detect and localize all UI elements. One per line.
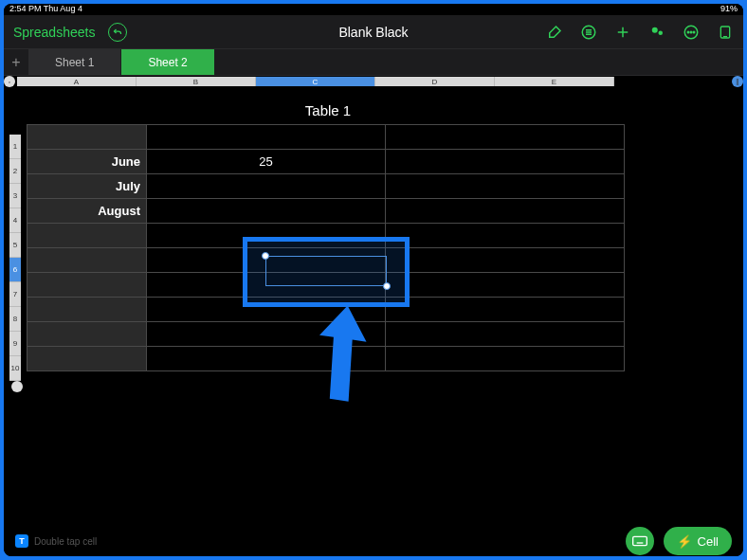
cell[interactable] — [147, 125, 386, 150]
hint-text: Double tap cell — [34, 536, 97, 547]
selection-handle-br[interactable] — [383, 282, 391, 290]
svg-point-10 — [690, 31, 692, 33]
bolt-icon: ⚡ — [677, 534, 692, 549]
row-header[interactable]: 8 — [9, 307, 21, 332]
list-icon[interactable] — [580, 24, 597, 41]
cell[interactable] — [147, 273, 386, 298]
cell[interactable] — [147, 174, 386, 199]
app-window: 2:54 PM Thu Aug 4 91% Spreadsheets Blank… — [4, 4, 743, 556]
svg-point-9 — [687, 31, 689, 33]
cell[interactable]: June — [27, 150, 147, 174]
col-extend-handle[interactable]: ‖ — [732, 76, 743, 87]
more-icon[interactable] — [683, 24, 700, 41]
text-mode-badge[interactable]: T — [15, 534, 28, 548]
cell[interactable] — [147, 224, 386, 248]
row-header[interactable]: 2 — [9, 159, 21, 184]
col-header-c[interactable]: C — [256, 77, 375, 86]
cell[interactable] — [386, 347, 625, 371]
back-button[interactable]: Spreadsheets — [13, 25, 95, 40]
svg-rect-15 — [632, 536, 647, 545]
cell[interactable] — [27, 224, 147, 248]
sheets-bar: + Sheet 1 Sheet 2 — [4, 49, 743, 76]
document-title: Blank Black — [338, 25, 408, 40]
cell[interactable] — [147, 298, 386, 322]
cell[interactable] — [386, 199, 625, 224]
col-header-a[interactable]: A — [17, 77, 137, 86]
status-left: 2:54 PM Thu Aug 4 — [9, 4, 82, 15]
row-header[interactable]: 9 — [9, 332, 21, 356]
cell[interactable] — [386, 322, 625, 347]
svg-point-7 — [659, 30, 664, 35]
cell[interactable] — [386, 248, 625, 273]
toolbar: Spreadsheets Blank Black — [4, 15, 743, 49]
cell[interactable] — [27, 125, 147, 150]
cell[interactable] — [27, 248, 147, 273]
toolbar-actions — [546, 24, 734, 41]
row-header[interactable]: 6 — [9, 258, 21, 282]
cell[interactable] — [147, 322, 386, 347]
row-header[interactable]: 1 — [9, 135, 21, 159]
cell[interactable] — [386, 298, 625, 322]
row-header[interactable]: 4 — [9, 208, 21, 233]
keyboard-button[interactable] — [626, 527, 654, 555]
sheet-tab-1[interactable]: Sheet 1 — [28, 49, 121, 75]
doc-icon[interactable] — [717, 24, 734, 41]
sheet-canvas[interactable]: 1 2 3 4 5 6 7 8 9 10 Table 1 June25 July… — [4, 87, 743, 556]
brush-icon[interactable] — [546, 24, 563, 41]
cell[interactable] — [147, 347, 386, 371]
row-header[interactable]: 7 — [9, 282, 21, 307]
status-right: 91% — [720, 4, 738, 15]
cell[interactable] — [386, 224, 625, 248]
table: Table 1 June25 July August — [27, 102, 629, 371]
column-ruler: ◦ A B C D E ‖ — [4, 76, 743, 87]
table-title[interactable]: Table 1 — [27, 102, 629, 118]
svg-point-11 — [693, 31, 695, 33]
origin-handle[interactable]: ◦ — [4, 76, 15, 87]
selection-handle-tl[interactable] — [262, 252, 269, 260]
col-header-e[interactable]: E — [495, 77, 614, 86]
col-header-b[interactable]: B — [137, 77, 256, 86]
bottom-bar: T Double tap cell ⚡ Cell — [4, 528, 743, 554]
col-header-d[interactable]: D — [375, 77, 495, 86]
row-header[interactable]: 3 — [9, 184, 21, 208]
cell[interactable]: 25 — [147, 150, 386, 174]
add-sheet-button[interactable]: + — [4, 49, 28, 75]
cell[interactable] — [27, 298, 147, 322]
cell[interactable]: July — [27, 174, 147, 199]
add-icon[interactable] — [614, 24, 631, 41]
svg-point-6 — [652, 27, 658, 32]
row-header[interactable]: 5 — [9, 233, 21, 258]
cell[interactable] — [27, 322, 147, 347]
cell[interactable] — [386, 125, 625, 150]
cell[interactable] — [27, 347, 147, 371]
collab-icon[interactable] — [648, 24, 665, 41]
cell[interactable] — [147, 199, 386, 224]
cell[interactable] — [386, 174, 625, 199]
cell[interactable]: August — [27, 199, 147, 224]
status-bar: 2:54 PM Thu Aug 4 91% — [4, 4, 743, 15]
row-header[interactable]: 10 — [9, 356, 21, 381]
cell[interactable] — [386, 150, 625, 174]
row-headers: 1 2 3 4 5 6 7 8 9 10 — [9, 135, 21, 381]
row-extend-handle[interactable] — [11, 381, 23, 392]
cell-format-button[interactable]: ⚡ Cell — [664, 527, 732, 555]
undo-button[interactable] — [108, 23, 127, 42]
cell-button-label: Cell — [698, 534, 719, 549]
spreadsheet-grid[interactable]: June25 July August — [27, 124, 625, 371]
cell[interactable] — [27, 273, 147, 298]
sheet-tab-2[interactable]: Sheet 2 — [121, 49, 214, 75]
cell[interactable] — [386, 273, 625, 298]
